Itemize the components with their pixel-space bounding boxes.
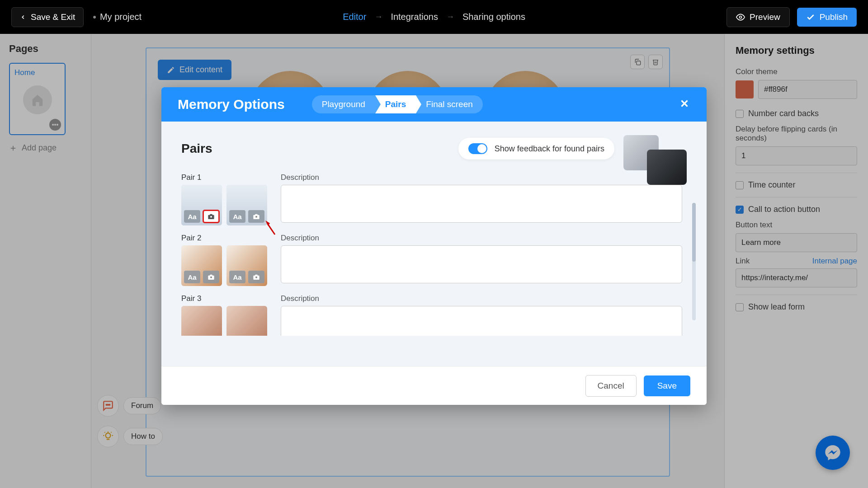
save-button[interactable]: Save: [644, 375, 690, 396]
pair-thumbs: Aa Aa: [181, 245, 272, 286]
thumb-tools: Aa: [184, 271, 219, 283]
nav-sharing[interactable]: Sharing options: [462, 12, 525, 22]
feedback-toggle-box: Show feedback for found pairs: [458, 138, 614, 160]
text-tool-button[interactable]: Aa: [184, 210, 200, 223]
tab-final-screen[interactable]: Final screen: [416, 95, 483, 113]
pair-description-col: Description: [281, 173, 682, 225]
nav-integrations[interactable]: Integrations: [391, 12, 438, 22]
thumb-image: [181, 306, 222, 336]
description-input[interactable]: [281, 306, 682, 336]
publish-label: Publish: [820, 12, 848, 22]
pairs-section-title: Pairs: [181, 141, 212, 156]
arrow-right-icon: →: [374, 12, 382, 22]
pair-left: Pair 1 Aa: [181, 173, 272, 225]
svg-point-0: [740, 16, 742, 18]
modal-body-header: Pairs Show feedback for found pairs: [181, 138, 687, 160]
pair-row: Pair 2 Aa: [181, 234, 682, 286]
feedback-label: Show feedback for found pairs: [495, 144, 604, 154]
pair-label: Pair 3: [181, 294, 272, 303]
save-exit-label: Save & Exit: [31, 12, 75, 22]
nav-editor[interactable]: Editor: [343, 12, 366, 22]
close-icon: [679, 98, 690, 109]
description-label: Description: [281, 294, 682, 303]
modal-title: Memory Options: [178, 97, 285, 112]
topbar-left: Save & Exit My project: [11, 7, 142, 27]
pair-preview-thumbnails: [623, 135, 687, 185]
camera-icon: [253, 213, 260, 220]
save-exit-button[interactable]: Save & Exit: [11, 7, 84, 27]
description-label: Description: [281, 234, 682, 243]
pair-thumbs: Aa Aa: [181, 185, 272, 225]
description-label: Description: [281, 173, 682, 182]
chevron-left-icon: [20, 14, 26, 20]
svg-point-17: [255, 216, 257, 218]
memory-options-modal: Memory Options Playground Pairs Final sc…: [161, 87, 707, 405]
eye-icon: [736, 13, 745, 22]
text-tool-button[interactable]: Aa: [184, 271, 200, 283]
pair-label: Pair 1: [181, 173, 272, 182]
thumb-tools: Aa: [229, 210, 264, 223]
pair-card-thumb[interactable]: Aa: [226, 185, 267, 225]
preview-label: Preview: [750, 12, 780, 22]
pair-card-thumb[interactable]: Aa: [226, 245, 267, 286]
image-tool-button[interactable]: [248, 210, 264, 223]
image-tool-button[interactable]: [248, 271, 264, 283]
cancel-button[interactable]: Cancel: [585, 375, 637, 397]
pair-row: Pair 3 Description: [181, 294, 682, 336]
description-input[interactable]: [281, 185, 682, 223]
text-tool-button[interactable]: Aa: [229, 210, 245, 223]
pair-label: Pair 2: [181, 234, 272, 243]
image-tool-button[interactable]: [203, 210, 219, 223]
project-name-text: My project: [100, 12, 142, 22]
tab-pairs[interactable]: Pairs: [375, 95, 416, 113]
camera-icon: [208, 273, 215, 281]
camera-icon: [208, 213, 215, 220]
preview-button[interactable]: Preview: [726, 7, 790, 27]
pair-left: Pair 2 Aa: [181, 234, 272, 286]
text-tool-button[interactable]: Aa: [229, 271, 245, 283]
thumb-tools: Aa: [184, 210, 219, 223]
thumb-tools: Aa: [229, 271, 264, 283]
topbar-actions: Preview Publish: [726, 7, 857, 27]
modal-tabs: Playground Pairs Final screen: [312, 95, 483, 113]
check-icon: [806, 13, 815, 22]
svg-point-19: [255, 277, 257, 278]
svg-point-18: [210, 277, 212, 278]
pairs-list[interactable]: Pair 1 Aa: [181, 173, 687, 336]
tab-playground[interactable]: Playground: [312, 95, 375, 113]
camera-icon: [253, 273, 260, 281]
publish-button[interactable]: Publish: [797, 8, 857, 27]
scrollbar-thumb[interactable]: [692, 203, 696, 262]
svg-point-16: [210, 216, 212, 218]
topbar-nav: Editor → Integrations → Sharing options: [343, 12, 525, 22]
feedback-toggle[interactable]: [468, 143, 487, 154]
modal-footer: Cancel Save: [161, 366, 707, 405]
pair-card-thumb[interactable]: [226, 306, 267, 336]
pair-thumbs: [181, 306, 272, 336]
modal-body: Pairs Show feedback for found pairs Pair…: [161, 122, 707, 366]
project-name[interactable]: My project: [93, 11, 142, 23]
modal-close-button[interactable]: [679, 98, 690, 111]
pair-left: Pair 3: [181, 294, 272, 336]
arrow-right-icon: →: [446, 12, 454, 22]
description-input[interactable]: [281, 245, 682, 283]
preview-thumb-2: [647, 150, 687, 185]
pair-card-thumb[interactable]: Aa: [181, 245, 222, 286]
pair-description-col: Description: [281, 234, 682, 286]
pair-card-thumb[interactable]: Aa: [181, 185, 222, 225]
modal-header: Memory Options Playground Pairs Final sc…: [161, 87, 707, 122]
pair-row: Pair 1 Aa: [181, 173, 682, 225]
pair-card-thumb[interactable]: [181, 306, 222, 336]
pair-description-col: Description: [281, 294, 682, 336]
topbar: Save & Exit My project Editor → Integrat…: [0, 0, 868, 34]
thumb-image: [226, 306, 267, 336]
scrollbar[interactable]: [692, 203, 696, 320]
image-tool-button[interactable]: [203, 271, 219, 283]
